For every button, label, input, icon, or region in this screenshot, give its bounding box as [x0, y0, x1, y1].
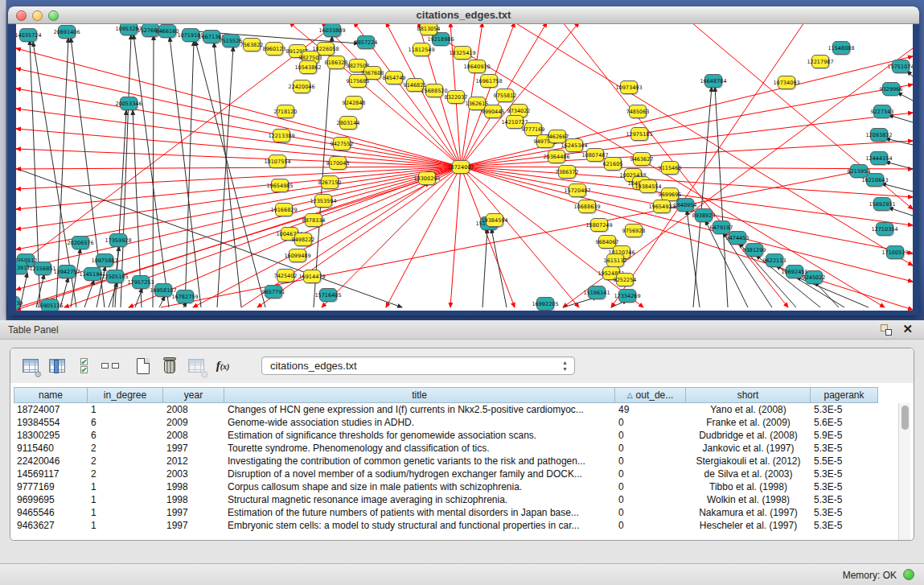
graph-node[interactable]: 7563822 — [243, 38, 261, 51]
graph-node[interactable]: 2803144 — [339, 116, 357, 130]
table-cell[interactable]: 5.9E-5 — [811, 429, 878, 442]
table-cell[interactable]: 49 — [615, 403, 686, 416]
table-cell[interactable]: 1997 — [163, 506, 224, 519]
graph-edge[interactable] — [16, 167, 461, 189]
graph-node[interactable]: 7462667 — [548, 130, 566, 143]
table-cell[interactable]: Jankovic et al. (1997) — [686, 442, 811, 455]
table-cell[interactable]: 0 — [615, 442, 686, 455]
graph-node[interactable]: 19654985 — [271, 179, 289, 192]
table-cell[interactable]: 5.3E-5 — [811, 403, 878, 416]
graph-node[interactable]: 16033809 — [323, 24, 341, 37]
graph-node[interactable]: 9170043 — [329, 156, 347, 170]
graph-edge[interactable] — [687, 210, 700, 307]
table-cell[interactable]: 1 — [88, 480, 163, 493]
graph-node[interactable]: 19384554 — [639, 179, 657, 193]
graph-edge[interactable] — [153, 35, 154, 307]
graph-edge[interactable] — [461, 113, 913, 167]
graph-node[interactable]: 18724007 — [452, 160, 470, 174]
network-window-titlebar[interactable]: citations_edges.txt — [8, 6, 919, 24]
column-header-in_degree[interactable]: in_degree — [88, 387, 163, 403]
table-cell[interactable]: 0 — [615, 506, 686, 519]
table-cell[interactable]: 2 — [88, 468, 163, 480]
graph-node[interactable]: 16671365 — [203, 30, 220, 43]
graph-node[interactable]: 8466160 — [158, 24, 176, 38]
table-cell[interactable]: Tourette syndrome. Phenomenology and cla… — [224, 442, 615, 455]
table-cell[interactable]: 1997 — [163, 519, 224, 532]
graph-edge[interactable] — [185, 41, 194, 307]
table-cell[interactable]: 5.3E-5 — [811, 468, 878, 480]
graph-node[interactable]: 9227343 — [873, 105, 891, 118]
delete-icon[interactable] — [159, 356, 180, 377]
table-cell[interactable]: 0 — [615, 429, 686, 442]
graph-node[interactable]: 9498222 — [294, 233, 312, 246]
graph-node[interactable]: 15196141 — [588, 286, 606, 299]
graph-node[interactable]: 9622113 — [766, 253, 783, 267]
table-cell[interactable]: 5.3E-5 — [811, 506, 878, 519]
graph-node[interactable]: 8960123 — [265, 42, 283, 56]
table-cell[interactable]: Changes of HCN gene expression and I(f) … — [224, 403, 615, 416]
graph-node[interactable]: 7857224 — [357, 35, 375, 49]
table-cell[interactable]: 1998 — [163, 480, 224, 493]
graph-node[interactable]: 12505185 — [106, 270, 124, 283]
graph-node[interactable]: 10692455 — [786, 265, 803, 278]
graph-node[interactable]: 3913911 — [16, 261, 27, 274]
graph-node[interactable]: 19384594 — [486, 213, 503, 227]
graph-node[interactable]: 10975887 — [96, 253, 113, 267]
graph-node[interactable]: 9242848 — [345, 96, 363, 109]
graph-node[interactable]: 18640910 — [468, 60, 486, 73]
table-cell[interactable]: 5.3E-5 — [811, 442, 878, 455]
graph-node[interactable]: 15688520 — [425, 84, 443, 97]
graph-node[interactable]: 12353594 — [314, 194, 332, 208]
graph-node[interactable]: 11812549 — [413, 43, 430, 56]
graph-node[interactable]: 7386372 — [558, 165, 576, 179]
table-cell[interactable]: 9463627 — [14, 519, 88, 532]
column-header-out_de[interactable]: △out_de... — [615, 387, 686, 403]
table-cell[interactable]: 5.3E-5 — [811, 519, 878, 532]
graph-node[interactable]: 7485063 — [629, 105, 647, 118]
table-cell[interactable]: 9115460 — [14, 442, 88, 455]
table-cell[interactable]: 2 — [88, 455, 163, 468]
table-cell[interactable]: Franke et al. (2009) — [686, 416, 811, 429]
select-attributes-icon[interactable]: ✔✔ — [73, 356, 94, 377]
table-cell[interactable]: Yano et al. (2008) — [686, 403, 811, 416]
function-builder-icon[interactable]: f(x) — [212, 356, 233, 377]
table-cell[interactable]: 9465546 — [14, 506, 88, 519]
graph-edge[interactable] — [461, 167, 643, 307]
graph-node[interactable]: 13942757 — [58, 265, 76, 278]
graph-node[interactable]: 17334269 — [618, 289, 636, 303]
graph-edge[interactable] — [159, 296, 165, 307]
graph-node[interactable]: 9329966 — [882, 82, 900, 96]
graph-node[interactable]: 8267150 — [321, 175, 339, 189]
show-columns-icon[interactable] — [47, 356, 68, 377]
table-cell[interactable]: 19384554 — [14, 416, 88, 429]
table-cell[interactable]: 0 — [615, 468, 686, 480]
table-cell[interactable]: Stergiakouli et al. (2012) — [686, 455, 811, 468]
graph-node[interactable]: 2718120 — [277, 105, 294, 118]
graph-node[interactable]: 22420046 — [293, 80, 310, 93]
graph-node[interactable]: 18325419 — [454, 46, 471, 60]
table-cell[interactable]: 5.3E-5 — [811, 493, 878, 506]
graph-node[interactable]: 7425402 — [277, 269, 294, 282]
graph-node[interactable]: 9115460 — [661, 161, 679, 175]
table-cell[interactable]: Dudbridge et al. (2008) — [686, 429, 811, 442]
table-cell[interactable]: 22420046 — [14, 455, 88, 468]
graph-node[interactable]: 9755812 — [496, 89, 514, 102]
graph-node[interactable]: 11548088 — [832, 41, 850, 55]
table-cell[interactable]: Wolkin et al. (1998) — [686, 493, 811, 506]
graph-edge[interactable] — [16, 167, 461, 169]
graph-node[interactable]: 12975185 — [630, 127, 648, 141]
graph-node[interactable]: 8813054 — [420, 24, 437, 35]
table-row[interactable]: 977716911998Corpus callosum shape and si… — [14, 480, 884, 493]
graph-node[interactable]: 16782759 — [176, 290, 194, 303]
table-cell[interactable]: 14569117 — [14, 468, 88, 480]
graph-edge[interactable] — [195, 41, 265, 307]
graph-edge[interactable] — [461, 167, 913, 310]
graph-node[interactable]: 10953287 — [120, 24, 138, 35]
table-cell[interactable]: Genome-wide association studies in ADHD. — [224, 416, 615, 429]
graph-node[interactable]: 16958107 — [154, 283, 172, 297]
graph-node[interactable]: 15720407 — [569, 183, 586, 197]
graph-node[interactable]: 15751074 — [892, 60, 910, 73]
table-cell[interactable]: 0 — [615, 480, 686, 493]
graph-node[interactable]: 16961758 — [480, 74, 498, 88]
graph-node[interactable]: 15905135 — [41, 299, 59, 311]
